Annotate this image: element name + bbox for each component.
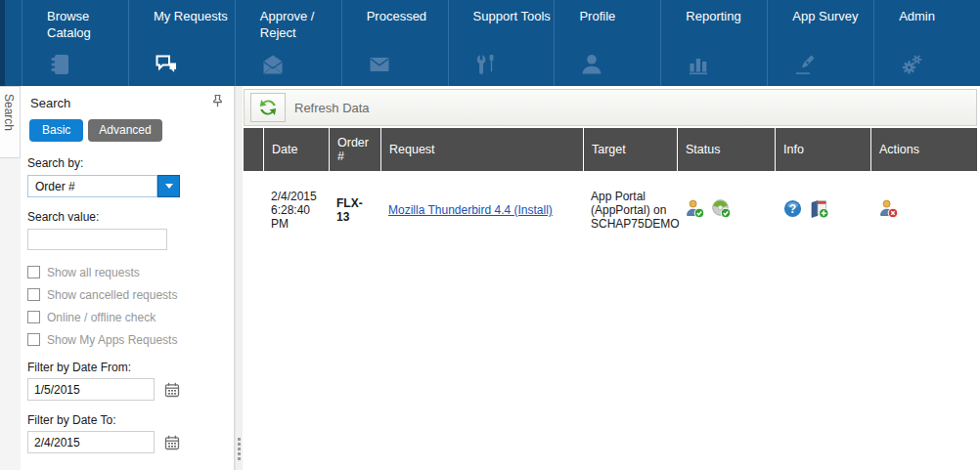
open-envelope-icon — [260, 52, 341, 78]
date-from-row — [27, 378, 224, 401]
gears-icon — [899, 52, 980, 78]
nav-tab-support-tools[interactable]: Support Tools — [448, 0, 555, 86]
date-to-label: Filter by Date To: — [27, 413, 224, 427]
nav-tab-my-requests[interactable]: My Requests — [128, 0, 235, 86]
top-navigation: Browse Catalog My Requests Approve / Rej… — [0, 0, 980, 86]
header-cell-info[interactable]: Info — [775, 128, 870, 171]
table-row: 2/4/2015 6:28:40 PM FLX-13 Mozilla Thund… — [244, 171, 977, 249]
checkbox-online-offline-check[interactable]: Online / offline check — [27, 309, 224, 325]
splitter-grip-icon — [238, 436, 241, 462]
app-portal-screen: Browse Catalog My Requests Approve / Rej… — [0, 0, 980, 470]
checkbox-icon — [27, 288, 40, 301]
nav-tab-processed[interactable]: Processed — [341, 0, 448, 86]
panel-splitter[interactable] — [235, 86, 243, 470]
nav-tab-label: Profile — [579, 9, 659, 25]
requests-table: Date Order # Request Target Status Info … — [244, 128, 977, 249]
header-cell-date[interactable]: Date — [263, 128, 329, 171]
side-strip: Search — [0, 86, 21, 470]
date-from-label: Filter by Date From: — [27, 361, 224, 374]
refresh-icon — [250, 93, 286, 122]
header-cell-target[interactable]: Target — [583, 128, 677, 171]
search-vertical-tab[interactable]: Search — [0, 86, 21, 158]
search-panel-header: Search — [27, 94, 224, 111]
refresh-data-label: Refresh Data — [294, 101, 370, 115]
pen-icon — [792, 52, 873, 78]
row-select-cell — [244, 204, 263, 216]
checkbox-label: Online / offline check — [47, 311, 156, 324]
add-package-icon[interactable] — [809, 198, 829, 222]
svg-text:?: ? — [789, 202, 796, 216]
nav-tab-label: My Requests — [154, 9, 234, 25]
table-header-row: Date Order # Request Target Status Info … — [244, 128, 977, 171]
checkbox-show-all-requests[interactable]: Show all requests — [27, 264, 224, 280]
request-link[interactable]: Mozilla Thunderbird 4.4 (Install) — [388, 203, 553, 217]
catalog-icon — [47, 52, 128, 78]
row-date: 2/4/2015 6:28:40 PM — [263, 184, 329, 236]
date-to-input[interactable] — [27, 431, 155, 453]
checkbox-show-my-apps-requests[interactable]: Show My Apps Requests — [27, 331, 224, 348]
checkbox-show-cancelled-requests[interactable]: Show cancelled requests — [27, 286, 224, 303]
person-icon — [579, 52, 660, 78]
nav-tab-app-survey[interactable]: App Survey — [767, 0, 873, 86]
nav-tab-approve-reject[interactable]: Approve / Reject — [235, 0, 341, 86]
checkbox-icon — [27, 311, 40, 323]
tab-basic[interactable]: Basic — [29, 119, 83, 142]
help-icon[interactable]: ? — [782, 198, 803, 222]
nav-tab-label: Admin — [899, 9, 979, 25]
nav-tab-label: Approve / Reject — [260, 9, 340, 41]
nav-tab-label: Browse Catalog — [47, 9, 127, 41]
nav-tab-admin[interactable]: Admin — [873, 0, 980, 86]
calendar-icon[interactable] — [163, 434, 181, 451]
chat-bubbles-icon — [154, 52, 235, 78]
search-panel: Search Basic Advanced Search by: Order #… — [21, 86, 235, 470]
user-approved-icon — [685, 198, 705, 222]
checkbox-group: Show all requests Show cancelled request… — [27, 264, 224, 348]
header-cell-empty — [244, 128, 263, 171]
search-value-label: Search value: — [27, 210, 224, 224]
checkbox-icon — [27, 266, 40, 278]
media-ready-icon — [711, 198, 732, 222]
envelope-icon — [367, 52, 448, 78]
date-to-row — [27, 431, 224, 453]
refresh-data-button[interactable]: Refresh Data — [244, 89, 977, 126]
header-cell-request[interactable]: Request — [380, 128, 583, 171]
pin-icon[interactable] — [211, 94, 224, 111]
search-mode-tabs: Basic Advanced — [27, 119, 224, 142]
nav-tab-reporting[interactable]: Reporting — [660, 0, 767, 86]
search-value-input[interactable] — [27, 229, 167, 250]
search-by-select[interactable]: Order # — [27, 175, 180, 197]
bar-chart-icon — [686, 52, 767, 78]
checkbox-label: Show cancelled requests — [47, 288, 177, 302]
header-cell-actions[interactable]: Actions — [870, 128, 977, 171]
date-from-input[interactable] — [27, 378, 155, 401]
nav-tab-label: Processed — [367, 9, 447, 25]
nav-tab-label: Reporting — [686, 9, 766, 25]
search-vertical-tab-label: Search — [2, 94, 16, 131]
nav-tab-profile[interactable]: Profile — [554, 0, 660, 86]
nav-tab-browse-catalog[interactable]: Browse Catalog — [22, 0, 128, 86]
main-content: Refresh Data Date Order # Request Target… — [243, 86, 980, 470]
checkbox-label: Show My Apps Requests — [47, 333, 177, 347]
row-status-icons — [677, 192, 775, 228]
header-cell-status[interactable]: Status — [677, 128, 775, 171]
tab-advanced[interactable]: Advanced — [88, 119, 161, 142]
row-action-icons — [870, 192, 977, 228]
row-order-number: FLX-13 — [329, 191, 380, 230]
row-target: App Portal (AppPortal) on SCHAP75DEMO — [583, 184, 677, 236]
tools-icon — [473, 52, 555, 78]
search-by-selected-value: Order # — [27, 175, 157, 197]
search-panel-title: Search — [30, 96, 70, 110]
search-by-label: Search by: — [27, 156, 224, 170]
checkbox-icon — [27, 333, 40, 346]
chevron-down-icon — [165, 184, 173, 189]
row-info-icons: ? — [775, 192, 870, 228]
cancel-request-icon[interactable] — [878, 198, 899, 222]
select-dropdown-button[interactable] — [157, 175, 180, 197]
header-cell-order[interactable]: Order # — [329, 128, 380, 171]
nav-tab-label: Support Tools — [473, 9, 554, 25]
nav-tab-label: App Survey — [792, 9, 872, 25]
calendar-icon[interactable] — [163, 381, 181, 399]
checkbox-label: Show all requests — [47, 266, 140, 279]
